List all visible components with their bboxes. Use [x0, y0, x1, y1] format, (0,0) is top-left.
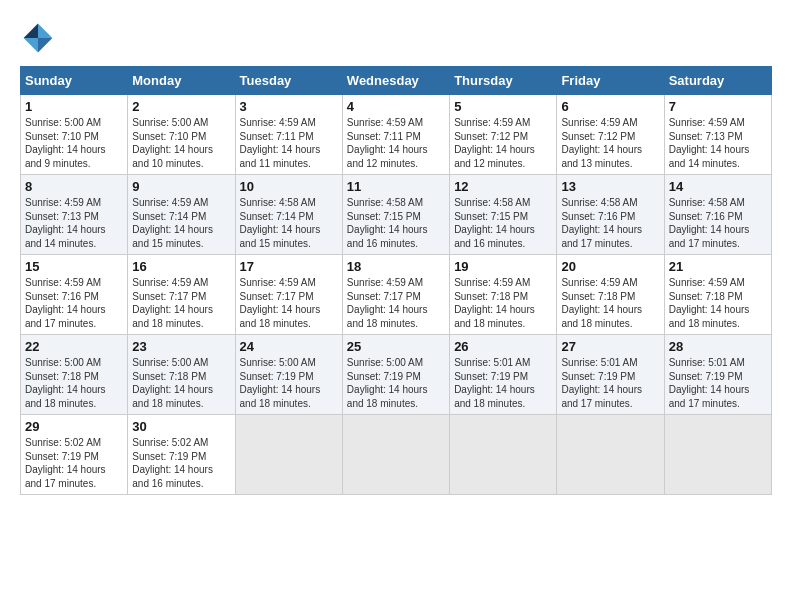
logo [20, 20, 60, 56]
day-info: Sunrise: 4:59 AMSunset: 7:14 PMDaylight:… [132, 196, 230, 250]
day-cell: 13Sunrise: 4:58 AMSunset: 7:16 PMDayligh… [557, 175, 664, 255]
day-cell: 7Sunrise: 4:59 AMSunset: 7:13 PMDaylight… [664, 95, 771, 175]
day-number: 6 [561, 99, 659, 114]
day-cell: 1Sunrise: 5:00 AMSunset: 7:10 PMDaylight… [21, 95, 128, 175]
day-number: 12 [454, 179, 552, 194]
day-number: 1 [25, 99, 123, 114]
day-cell: 18Sunrise: 4:59 AMSunset: 7:17 PMDayligh… [342, 255, 449, 335]
header-cell-wednesday: Wednesday [342, 67, 449, 95]
day-number: 27 [561, 339, 659, 354]
header-cell-tuesday: Tuesday [235, 67, 342, 95]
day-cell: 21Sunrise: 4:59 AMSunset: 7:18 PMDayligh… [664, 255, 771, 335]
day-info: Sunrise: 4:59 AMSunset: 7:11 PMDaylight:… [347, 116, 445, 170]
day-cell: 5Sunrise: 4:59 AMSunset: 7:12 PMDaylight… [450, 95, 557, 175]
day-number: 9 [132, 179, 230, 194]
day-number: 21 [669, 259, 767, 274]
day-number: 13 [561, 179, 659, 194]
day-cell: 23Sunrise: 5:00 AMSunset: 7:18 PMDayligh… [128, 335, 235, 415]
day-number: 28 [669, 339, 767, 354]
day-number: 26 [454, 339, 552, 354]
day-number: 29 [25, 419, 123, 434]
svg-marker-2 [24, 24, 38, 38]
day-cell: 29Sunrise: 5:02 AMSunset: 7:19 PMDayligh… [21, 415, 128, 495]
day-info: Sunrise: 5:00 AMSunset: 7:19 PMDaylight:… [347, 356, 445, 410]
day-cell: 19Sunrise: 4:59 AMSunset: 7:18 PMDayligh… [450, 255, 557, 335]
day-cell: 25Sunrise: 5:00 AMSunset: 7:19 PMDayligh… [342, 335, 449, 415]
day-info: Sunrise: 4:59 AMSunset: 7:11 PMDaylight:… [240, 116, 338, 170]
day-cell [342, 415, 449, 495]
day-number: 24 [240, 339, 338, 354]
header-cell-saturday: Saturday [664, 67, 771, 95]
day-number: 7 [669, 99, 767, 114]
day-info: Sunrise: 4:59 AMSunset: 7:17 PMDaylight:… [347, 276, 445, 330]
day-info: Sunrise: 5:02 AMSunset: 7:19 PMDaylight:… [25, 436, 123, 490]
day-info: Sunrise: 4:58 AMSunset: 7:14 PMDaylight:… [240, 196, 338, 250]
day-cell: 8Sunrise: 4:59 AMSunset: 7:13 PMDaylight… [21, 175, 128, 255]
day-cell: 3Sunrise: 4:59 AMSunset: 7:11 PMDaylight… [235, 95, 342, 175]
header-cell-friday: Friday [557, 67, 664, 95]
day-number: 5 [454, 99, 552, 114]
header-row: SundayMondayTuesdayWednesdayThursdayFrid… [21, 67, 772, 95]
day-number: 15 [25, 259, 123, 274]
svg-marker-3 [24, 38, 38, 52]
day-info: Sunrise: 4:59 AMSunset: 7:13 PMDaylight:… [25, 196, 123, 250]
day-number: 30 [132, 419, 230, 434]
day-number: 25 [347, 339, 445, 354]
day-cell: 24Sunrise: 5:00 AMSunset: 7:19 PMDayligh… [235, 335, 342, 415]
day-cell [664, 415, 771, 495]
day-cell [450, 415, 557, 495]
day-cell: 10Sunrise: 4:58 AMSunset: 7:14 PMDayligh… [235, 175, 342, 255]
week-row-1: 1Sunrise: 5:00 AMSunset: 7:10 PMDaylight… [21, 95, 772, 175]
week-row-3: 15Sunrise: 4:59 AMSunset: 7:16 PMDayligh… [21, 255, 772, 335]
day-info: Sunrise: 4:59 AMSunset: 7:17 PMDaylight:… [240, 276, 338, 330]
header-cell-sunday: Sunday [21, 67, 128, 95]
day-cell [557, 415, 664, 495]
week-row-2: 8Sunrise: 4:59 AMSunset: 7:13 PMDaylight… [21, 175, 772, 255]
day-number: 22 [25, 339, 123, 354]
day-info: Sunrise: 5:02 AMSunset: 7:19 PMDaylight:… [132, 436, 230, 490]
calendar-table: SundayMondayTuesdayWednesdayThursdayFrid… [20, 66, 772, 495]
day-number: 4 [347, 99, 445, 114]
day-number: 8 [25, 179, 123, 194]
day-info: Sunrise: 5:00 AMSunset: 7:19 PMDaylight:… [240, 356, 338, 410]
week-row-5: 29Sunrise: 5:02 AMSunset: 7:19 PMDayligh… [21, 415, 772, 495]
day-cell: 14Sunrise: 4:58 AMSunset: 7:16 PMDayligh… [664, 175, 771, 255]
day-info: Sunrise: 5:00 AMSunset: 7:18 PMDaylight:… [132, 356, 230, 410]
day-info: Sunrise: 4:59 AMSunset: 7:17 PMDaylight:… [132, 276, 230, 330]
header-cell-thursday: Thursday [450, 67, 557, 95]
day-info: Sunrise: 4:58 AMSunset: 7:16 PMDaylight:… [669, 196, 767, 250]
day-cell: 26Sunrise: 5:01 AMSunset: 7:19 PMDayligh… [450, 335, 557, 415]
day-info: Sunrise: 4:59 AMSunset: 7:18 PMDaylight:… [561, 276, 659, 330]
week-row-4: 22Sunrise: 5:00 AMSunset: 7:18 PMDayligh… [21, 335, 772, 415]
day-number: 16 [132, 259, 230, 274]
day-info: Sunrise: 4:58 AMSunset: 7:16 PMDaylight:… [561, 196, 659, 250]
day-number: 23 [132, 339, 230, 354]
day-number: 10 [240, 179, 338, 194]
day-info: Sunrise: 4:59 AMSunset: 7:13 PMDaylight:… [669, 116, 767, 170]
page-header [20, 20, 772, 56]
svg-marker-1 [38, 24, 52, 38]
day-number: 17 [240, 259, 338, 274]
day-cell [235, 415, 342, 495]
day-cell: 17Sunrise: 4:59 AMSunset: 7:17 PMDayligh… [235, 255, 342, 335]
day-info: Sunrise: 4:58 AMSunset: 7:15 PMDaylight:… [454, 196, 552, 250]
day-cell: 22Sunrise: 5:00 AMSunset: 7:18 PMDayligh… [21, 335, 128, 415]
day-number: 2 [132, 99, 230, 114]
day-info: Sunrise: 4:58 AMSunset: 7:15 PMDaylight:… [347, 196, 445, 250]
day-number: 18 [347, 259, 445, 274]
logo-icon [20, 20, 56, 56]
day-cell: 15Sunrise: 4:59 AMSunset: 7:16 PMDayligh… [21, 255, 128, 335]
day-info: Sunrise: 5:00 AMSunset: 7:10 PMDaylight:… [25, 116, 123, 170]
day-cell: 2Sunrise: 5:00 AMSunset: 7:10 PMDaylight… [128, 95, 235, 175]
day-cell: 28Sunrise: 5:01 AMSunset: 7:19 PMDayligh… [664, 335, 771, 415]
day-number: 20 [561, 259, 659, 274]
day-cell: 27Sunrise: 5:01 AMSunset: 7:19 PMDayligh… [557, 335, 664, 415]
day-info: Sunrise: 5:00 AMSunset: 7:10 PMDaylight:… [132, 116, 230, 170]
day-info: Sunrise: 4:59 AMSunset: 7:16 PMDaylight:… [25, 276, 123, 330]
day-info: Sunrise: 4:59 AMSunset: 7:12 PMDaylight:… [561, 116, 659, 170]
day-cell: 9Sunrise: 4:59 AMSunset: 7:14 PMDaylight… [128, 175, 235, 255]
day-cell: 30Sunrise: 5:02 AMSunset: 7:19 PMDayligh… [128, 415, 235, 495]
day-info: Sunrise: 4:59 AMSunset: 7:18 PMDaylight:… [454, 276, 552, 330]
day-info: Sunrise: 5:01 AMSunset: 7:19 PMDaylight:… [454, 356, 552, 410]
day-info: Sunrise: 5:00 AMSunset: 7:18 PMDaylight:… [25, 356, 123, 410]
